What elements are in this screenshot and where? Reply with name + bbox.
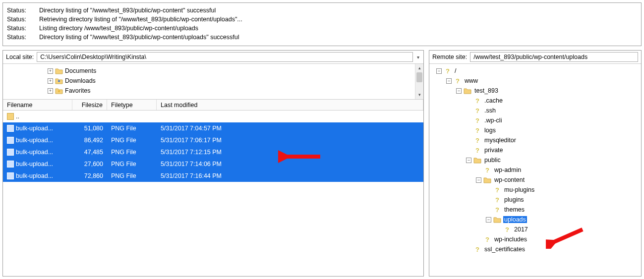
remote-tree-item[interactable]: ?mu-plugins <box>431 185 641 195</box>
folder-icon <box>493 216 501 223</box>
file-type: PNG File <box>107 161 157 167</box>
status-row: Status: Directory listing of "/www/test_… <box>7 6 637 15</box>
file-row[interactable]: bulk-upload... 86,492 PNG File 5/31/2017… <box>3 134 423 146</box>
expand-icon[interactable]: + <box>48 88 53 94</box>
remote-tree-item[interactable]: ?.cache <box>431 96 641 106</box>
local-folder-tree[interactable]: + Documents + Downloads + <box>3 64 423 100</box>
collapse-icon[interactable]: − <box>476 177 481 183</box>
file-size: 72,860 <box>72 172 107 179</box>
tree-item-label: Downloads <box>65 77 96 84</box>
remote-pane: Remote site: −?/−?www−test_893?.cache?.s… <box>429 50 642 277</box>
file-row[interactable]: bulk-upload... 47,485 PNG File 5/31/2017… <box>3 146 423 158</box>
folder-icon <box>55 67 63 74</box>
remote-tree-label: mysqleditor <box>483 137 517 144</box>
local-path-dropdown-icon[interactable]: ▾ <box>416 55 420 60</box>
column-header-filetype[interactable]: Filetype <box>107 100 157 110</box>
local-file-list[interactable]: Filename Filesize Filetype Last modified… <box>3 100 423 276</box>
status-log-panel: Status: Directory listing of "/www/test_… <box>2 2 642 46</box>
tree-item-favorites[interactable]: + Favorites <box>3 86 423 96</box>
remote-path-input[interactable] <box>470 52 638 62</box>
remote-tree-label: wp-includes <box>493 236 528 243</box>
remote-tree-item[interactable]: ?mysqleditor <box>431 135 641 145</box>
folder-icon <box>473 157 481 164</box>
status-label: Status: <box>7 33 39 42</box>
status-message: Directory listing of "/www/test_893/publ… <box>39 6 637 15</box>
file-row[interactable]: bulk-upload... 27,600 PNG File 5/31/2017… <box>3 158 423 170</box>
file-modified: 5/31/2017 7:06:17 PM <box>157 137 261 144</box>
local-site-bar: Local site: ▾ <box>3 51 423 64</box>
remote-tree-item[interactable]: ?2017 <box>431 224 641 234</box>
collapse-icon[interactable]: − <box>446 78 452 84</box>
remote-tree-item[interactable]: ?wp-includes <box>431 234 641 244</box>
scroll-thumb[interactable] <box>416 72 422 82</box>
file-icon <box>7 125 14 132</box>
remote-tree-item[interactable]: ?wp-admin <box>431 165 641 175</box>
collapse-icon[interactable]: − <box>466 158 471 163</box>
remote-site-label: Remote site: <box>432 54 467 60</box>
remote-tree-label: wp-admin <box>493 167 522 173</box>
file-name: bulk-upload... <box>16 137 53 144</box>
collapse-icon[interactable]: − <box>436 68 442 74</box>
status-row: Status: Directory listing of "/www/test_… <box>7 33 637 42</box>
file-modified: 5/31/2017 7:16:44 PM <box>157 172 261 179</box>
remote-tree-label: .cache <box>483 97 504 104</box>
unknown-folder-icon: ? <box>493 196 501 204</box>
file-type: PNG File <box>107 149 157 156</box>
remote-tree-item[interactable]: ?themes <box>431 205 641 215</box>
remote-tree-label: ssl_certificates <box>483 246 526 253</box>
parent-label: .. <box>16 113 19 120</box>
remote-tree-item[interactable]: ?logs <box>431 125 641 135</box>
remote-tree-label: mu-plugins <box>503 186 535 193</box>
file-row[interactable]: bulk-upload... 72,860 PNG File 5/31/2017… <box>3 170 423 182</box>
file-list-header: Filename Filesize Filetype Last modified <box>3 100 423 111</box>
remote-tree-item[interactable]: −wp-content <box>431 175 641 185</box>
unknown-folder-icon: ? <box>444 67 452 75</box>
remote-tree-item[interactable]: −?/ <box>431 66 641 76</box>
remote-tree-item[interactable]: ?private <box>431 145 641 155</box>
remote-folder-tree[interactable]: −?/−?www−test_893?.cache?.ssh?.wp-cli?lo… <box>429 64 641 276</box>
folder-icon <box>55 77 63 84</box>
unknown-folder-icon: ? <box>493 186 501 194</box>
file-name: bulk-upload... <box>16 172 53 179</box>
remote-tree-item[interactable]: ?.ssh <box>431 106 641 115</box>
unknown-folder-icon: ? <box>503 226 511 233</box>
expand-icon[interactable]: + <box>48 68 53 74</box>
unknown-folder-icon: ? <box>473 127 481 134</box>
remote-tree-item[interactable]: ?.wp-cli <box>431 115 641 125</box>
file-size: 86,492 <box>72 137 107 144</box>
tree-item-documents[interactable]: + Documents <box>3 66 423 76</box>
status-message: Directory listing of "/www/test_893/publ… <box>39 33 637 42</box>
remote-tree-item[interactable]: −public <box>431 155 641 165</box>
collapse-icon[interactable]: − <box>486 217 491 223</box>
expand-icon[interactable]: + <box>48 78 53 84</box>
folder-icon <box>483 176 491 183</box>
unknown-folder-icon: ? <box>483 167 491 174</box>
remote-tree-label: .ssh <box>483 107 497 114</box>
file-row[interactable]: bulk-upload... 51,080 PNG File 5/31/2017… <box>3 122 423 134</box>
column-header-filename[interactable]: Filename <box>3 100 72 110</box>
file-name: bulk-upload... <box>16 149 53 156</box>
remote-tree-item[interactable]: −uploads <box>431 215 641 224</box>
file-name: bulk-upload... <box>16 161 53 167</box>
local-path-input[interactable] <box>37 52 413 62</box>
remote-tree-label: .wp-cli <box>483 117 503 124</box>
remote-tree-label: public <box>483 157 502 164</box>
unknown-folder-icon: ? <box>493 206 501 214</box>
tree-item-downloads[interactable]: + Downloads <box>3 76 423 86</box>
column-header-lastmodified[interactable]: Last modified <box>157 100 423 110</box>
parent-directory-row[interactable]: .. <box>3 111 423 122</box>
local-tree-scrollbar[interactable]: ▴ ▾ <box>415 64 423 99</box>
file-icon <box>7 137 14 144</box>
remote-tree-item[interactable]: −test_893 <box>431 86 641 96</box>
scroll-down-icon[interactable]: ▾ <box>415 91 423 99</box>
remote-tree-item[interactable]: −?www <box>431 76 641 86</box>
remote-site-bar: Remote site: <box>429 51 641 64</box>
collapse-icon[interactable]: − <box>456 88 462 94</box>
unknown-folder-icon: ? <box>454 77 462 85</box>
remote-tree-label: themes <box>503 206 526 213</box>
tree-item-label: Favorites <box>65 87 90 94</box>
remote-tree-item[interactable]: ?plugins <box>431 195 641 205</box>
scroll-up-icon[interactable]: ▴ <box>415 64 423 72</box>
column-header-filesize[interactable]: Filesize <box>72 100 107 110</box>
remote-tree-item[interactable]: ?ssl_certificates <box>431 244 641 254</box>
